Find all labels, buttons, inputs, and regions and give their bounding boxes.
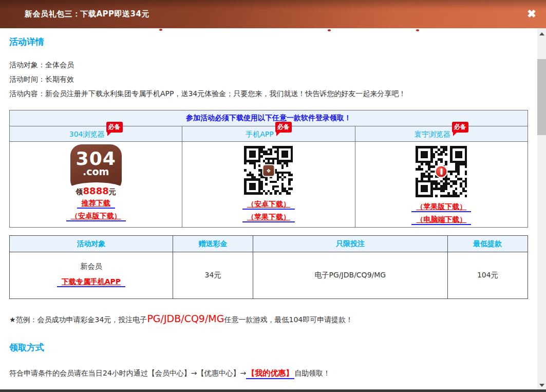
software-col-name: 手机APP (246, 130, 273, 138)
close-icon[interactable]: ✖ (524, 7, 539, 21)
qr-code-huanyu-browser (416, 146, 467, 197)
claim-suffix: 自助领取！ (294, 369, 330, 377)
software-col-header-app: 手机APP必备 (182, 126, 355, 142)
claim-instructions: 符合申请条件的会员请在当日24小时内通过【会员中心】→【优惠中心】→【我的优惠】… (9, 368, 528, 378)
claim-prefix: 领 (76, 188, 83, 196)
section-title-details: 活动详情 (9, 36, 528, 48)
example-note: ★范例：会员成功申请彩金34元，投注电子PG/JDB/CQ9/MG任意一款游戏，… (9, 313, 528, 325)
info-line-time: 活动时间：长期有效 (9, 75, 528, 83)
download-link-desktop[interactable]: （电脑端下载） (411, 215, 471, 225)
promo-title: 新会员礼包三：下载APP即送34元 (25, 9, 149, 19)
bonus-cell-min-withdraw: 104元 (447, 252, 528, 299)
software-col-name: 寰宇浏览器 (415, 130, 450, 138)
bonus-col-header-target: 活动对象 (10, 236, 173, 252)
qr-code-mobile-app (244, 146, 293, 195)
bonus-col-header-bet: 只限投注 (253, 236, 447, 252)
example-games-highlight: PG/JDB/CQ9/MG (147, 313, 224, 324)
software-col-header-huanyu: 寰宇浏览器必备 (355, 126, 528, 142)
scrollbar-thumb[interactable] (537, 59, 546, 135)
software-table-title: 参加活动必须下载使用以下任意一款软件登录领取！ (10, 110, 528, 126)
software-cell-304: 304 .com 领8888元 推荐下载 （安卓版下载） (10, 142, 182, 228)
scrollbar-down-arrow-icon[interactable] (539, 384, 544, 387)
example-prefix: ★范例：会员成功申请彩金34元，投注电子 (9, 315, 147, 324)
target-member-label: 新会员 (10, 262, 173, 271)
bonus-cell-target: 新会员 下载专属手机APP (10, 252, 173, 299)
claim-suffix: 元 (109, 188, 116, 196)
bonus-rules-table: 活动对象 赠送彩金 只限投注 最低提款 新会员 下载专属手机APP 34元 电子… (9, 235, 528, 299)
download-link-recommended[interactable]: 推荐下载 (77, 199, 115, 209)
promo-header-bar: 新会员礼包三：下载APP即送34元 ✖ (0, 0, 546, 28)
required-badge: 必备 (106, 122, 123, 133)
software-col-header-304: 304浏览器必备 (10, 126, 182, 142)
claim-amount: 8888 (83, 185, 109, 196)
bonus-col-header-bonus: 赠送彩金 (173, 236, 253, 252)
304-logo-claim: 领8888元 (69, 187, 123, 196)
section-title-claim: 领取方式 (9, 342, 528, 353)
bonus-cell-bet-limit: 电子PG/JDB/CQ9/MG (253, 252, 447, 299)
scrollbar-up-arrow-icon[interactable] (539, 32, 544, 35)
software-cell-app: （安卓下载） （苹果下载） (182, 142, 355, 228)
info-line-target: 活动对象：全体会员 (9, 61, 528, 69)
promo-content: 活动详情 活动对象：全体会员 活动时间：长期有效 活动内容：新会员注册并下载永利… (9, 28, 528, 392)
software-download-table: 参加活动必须下载使用以下任意一款软件登录领取！ 304浏览器必备 手机APP必备… (9, 110, 528, 228)
bonus-cell-amount: 34元 (173, 252, 253, 299)
download-link-android-version[interactable]: （安卓版下载） (66, 212, 126, 221)
download-link-android[interactable]: （安卓下载） (242, 200, 295, 210)
claim-prefix: 符合申请条件的会员请在当日24小时内通过【会员中心】→【优惠中心】→ (9, 369, 246, 377)
promo-modal: 新会员礼包三：下载APP即送34元 ✖ 活动详情 活动对象：全体会员 活动时间：… (0, 0, 546, 392)
software-col-name: 304浏览器 (69, 130, 105, 138)
info-line-content: 活动内容：新会员注册并下载永利集团专属手机APP，送34元体验金；只要您来，我们… (9, 89, 528, 98)
example-suffix: 任意一款游戏，最低104即可申请提款！ (224, 315, 353, 324)
software-cell-huanyu: （苹果版下载） （电脑端下载） (355, 142, 528, 228)
qr-center-browser-icon (435, 165, 448, 178)
required-badge: 必备 (275, 122, 292, 133)
required-badge: 必备 (452, 122, 468, 133)
download-link-ios-version[interactable]: （苹果版下载） (411, 202, 471, 212)
scrollbar[interactable] (537, 28, 546, 392)
304-app-logo: 304 .com 领8888元 (69, 144, 123, 196)
bonus-col-header-withdraw: 最低提款 (447, 236, 528, 252)
my-offers-link[interactable]: 【我的优惠】 (246, 368, 294, 379)
download-link-ios[interactable]: （苹果下载） (242, 213, 295, 222)
bottom-border (0, 389, 546, 392)
qr-center-app-icon (262, 164, 275, 177)
download-app-link[interactable]: 下载专属手机APP (57, 277, 125, 287)
